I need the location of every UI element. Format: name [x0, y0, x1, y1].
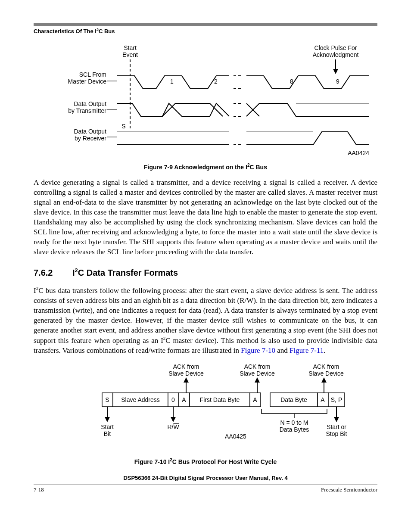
fig79-scl-l2: Master Device — [68, 78, 107, 85]
fig79-start-event-l2: Event — [122, 51, 138, 58]
fig710-rw: R/W — [167, 423, 179, 430]
xref-figure-7-10[interactable]: Figure 7-10 — [241, 346, 275, 355]
figure-7-10: ACK from Slave Device ACK from Slave Dev… — [63, 363, 348, 453]
header-text-post: C Bus — [99, 28, 115, 34]
svg-text:ACK from: ACK from — [173, 363, 199, 370]
paragraph-1: A device generating a signal is called a… — [34, 178, 377, 257]
fig79-s-label: S — [121, 123, 125, 130]
section-number: 7.6.2 — [34, 268, 72, 278]
figure-7-9: Start Event Clock Pulse For Acknowledgme… — [37, 42, 374, 159]
footer-row: 7-18 Freescale Semiconductor — [34, 485, 377, 493]
section-heading-762: 7.6.2I2C Data Transfer Formats — [34, 267, 377, 278]
svg-marker-26 — [321, 377, 327, 383]
page-number: 7-18 — [34, 486, 44, 493]
fig710-s: S — [105, 396, 109, 403]
fig710-zero: 0 — [171, 396, 175, 403]
svg-marker-46 — [334, 417, 339, 422]
svg-text:Start or: Start or — [327, 423, 346, 430]
fig79-tx-l1: Data Output — [74, 100, 107, 107]
fig79-scl-l1: SCL From — [79, 71, 106, 78]
svg-text:ACK from: ACK from — [313, 363, 339, 370]
svg-marker-22 — [255, 377, 260, 383]
running-header: Characteristics Of The I2C Bus — [34, 28, 377, 34]
fig79-clockpulse-l1: Clock Pulse For — [314, 44, 357, 51]
figure-7-9-caption: Figure 7-9 Acknowledgment on the I2C Bus — [34, 163, 377, 171]
fig710-a1: A — [182, 396, 186, 403]
svg-text:Slave Device: Slave Device — [240, 370, 275, 377]
xref-figure-7-11[interactable]: Figure 7-11 — [290, 346, 324, 355]
fig710-a2: A — [253, 396, 257, 403]
fig79-tx-l2: by Transmitter — [68, 107, 106, 114]
svg-text:Slave Device: Slave Device — [308, 370, 344, 377]
svg-text:N = 0 to M: N = 0 to M — [280, 419, 308, 426]
svg-text:Data Bytes: Data Bytes — [280, 426, 309, 433]
svg-text:Bit: Bit — [104, 430, 111, 437]
svg-marker-41 — [171, 417, 176, 422]
vendor-name: Freescale Semiconductor — [321, 486, 377, 493]
paragraph-2: I2C bus data transfers follow the follow… — [34, 285, 377, 356]
svg-marker-18 — [184, 377, 189, 383]
fig79-code: AA0424 — [348, 149, 369, 156]
fig710-data-byte: Data Byte — [280, 396, 307, 403]
header-text-pre: Characteristics Of The I — [34, 28, 97, 34]
fig79-num-8: 8 — [290, 78, 293, 85]
fig79-rx-l1: Data Output — [74, 128, 107, 135]
svg-marker-2 — [333, 69, 338, 74]
svg-text:Start: Start — [101, 423, 114, 430]
fig710-slave-addr: Slave Address — [121, 396, 160, 403]
figure-7-10-caption: Figure 7-10 I2C Bus Protocol For Host Wr… — [34, 457, 377, 465]
fig79-num-1: 1 — [170, 78, 174, 85]
svg-marker-37 — [105, 417, 110, 422]
fig710-a3: A — [321, 396, 325, 403]
fig710-code: AA0425 — [225, 433, 246, 440]
fig79-num-9: 9 — [336, 78, 339, 85]
svg-text:Slave Device: Slave Device — [168, 370, 204, 377]
fig79-rx-l2: by Receiver — [75, 135, 106, 142]
svg-text:Stop Bit: Stop Bit — [326, 430, 347, 437]
fig710-first-byte: First Data Byte — [200, 396, 240, 403]
fig710-sp: S, P — [331, 396, 342, 403]
fig79-num-2: 2 — [214, 78, 218, 85]
fig79-start-event-l1: Start — [124, 44, 137, 51]
header-rule — [34, 23, 377, 26]
fig79-clockpulse-l2: Acknowledgment — [313, 51, 359, 58]
footer-doc-title: DSP56366 24-Bit Digital Signal Processor… — [34, 475, 377, 481]
svg-text:ACK from: ACK from — [244, 363, 271, 370]
